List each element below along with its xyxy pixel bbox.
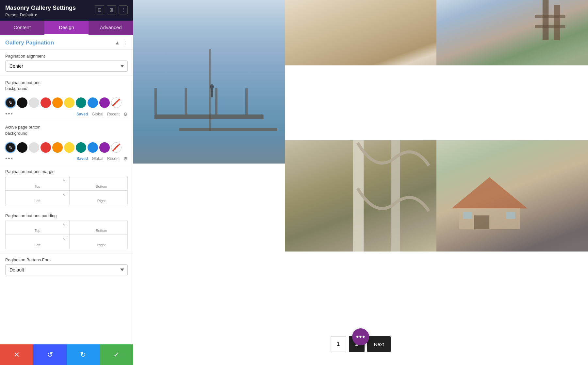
padding-right-input[interactable] — [72, 236, 127, 241]
active-bg-color-picker: ✎ — [0, 140, 133, 154]
black-swatch-1[interactable] — [17, 97, 27, 108]
undo-button[interactable]: ↺ — [33, 344, 67, 365]
recent-tab-1[interactable]: Recent — [106, 111, 121, 117]
orange-swatch-2[interactable] — [52, 142, 63, 153]
svg-rect-4 — [245, 88, 248, 114]
padding-left-label: Left — [6, 242, 69, 249]
scroll-tab[interactable]: › — [133, 326, 133, 339]
purple-swatch-1[interactable] — [99, 97, 110, 108]
yellow-swatch-1[interactable] — [64, 97, 74, 108]
sidebar-header-icons: ⊡ ⊞ ⋮ — [95, 5, 128, 14]
purple-swatch-2[interactable] — [99, 142, 110, 153]
section-header: Gallery Pagination ▲ ⋮ — [0, 35, 133, 50]
margin-grid: ⟨/⟩ Top ⟨/⟩ Bottom ⟨/⟩ Left — [5, 176, 128, 205]
teal-swatch-2[interactable] — [76, 142, 86, 153]
fab-dots: ••• — [356, 332, 365, 341]
margin-top-link[interactable]: ⟨/⟩ — [63, 178, 67, 182]
cancel-button[interactable]: ✕ — [0, 344, 33, 365]
red-swatch-2[interactable] — [41, 142, 51, 153]
tab-design[interactable]: Design — [44, 21, 89, 35]
padding-field-group: Pagination buttons padding ⟨/⟩ Top ⟨/⟩ B… — [0, 209, 133, 253]
red-swatch-1[interactable] — [41, 97, 51, 108]
svg-rect-9 — [535, 15, 565, 18]
redo-button[interactable]: ↻ — [67, 344, 100, 365]
global-tab-2[interactable]: Global — [90, 156, 105, 162]
yellow-swatch-2[interactable] — [64, 142, 74, 153]
svg-rect-3 — [215, 88, 218, 114]
transparent-swatch-2[interactable] — [111, 142, 122, 153]
sidebar-footer: ✕ ↺ ↻ ✓ — [0, 344, 133, 365]
margin-left-input[interactable] — [8, 192, 63, 197]
margin-left-link[interactable]: ⟨/⟩ — [63, 192, 67, 197]
color-dots-2[interactable]: ••• — [5, 155, 13, 162]
margin-right-label: Right — [70, 198, 128, 205]
black-swatch-2[interactable] — [17, 142, 27, 153]
teal-swatch-1[interactable] — [76, 97, 86, 108]
global-tab-1[interactable]: Global — [90, 111, 105, 117]
blue-swatch-2[interactable] — [88, 142, 98, 153]
padding-top-link[interactable]: ⟨/⟩ — [63, 222, 67, 226]
svg-rect-6 — [211, 89, 213, 97]
font-select[interactable]: Default Arial Georgia Helvetica — [5, 264, 128, 275]
sidebar-preset[interactable]: Preset: Default ▾ — [5, 12, 95, 17]
sidebar: Masonry Gallery Settings Preset: Default… — [0, 0, 133, 365]
padding-right-link[interactable]: ⟨/⟩ — [127, 236, 128, 241]
padding-grid: ⟨/⟩ Top ⟨/⟩ Bottom ⟨/⟩ Left — [5, 220, 128, 249]
gallery-image-beach[interactable] — [285, 0, 436, 65]
page-1-button[interactable]: 1 — [331, 336, 346, 352]
saved-tab-1[interactable]: Saved — [75, 111, 89, 117]
undo-icon: ↺ — [47, 351, 53, 359]
blue-swatch-1[interactable] — [88, 97, 98, 108]
gallery-image-fence[interactable] — [285, 140, 436, 252]
margin-right-link[interactable]: ⟨/⟩ — [127, 192, 128, 197]
sidebar-title: Masonry Gallery Settings — [5, 5, 95, 11]
recent-tab-2[interactable]: Recent — [106, 156, 121, 162]
padding-bottom-input[interactable] — [72, 222, 127, 227]
active-bg-swatches: ✎ — [5, 142, 128, 153]
tab-advanced[interactable]: Advanced — [89, 21, 133, 35]
margin-bottom-input[interactable] — [72, 178, 127, 182]
saved-tab-2[interactable]: Saved — [75, 156, 89, 162]
save-button[interactable]: ✓ — [100, 344, 133, 365]
more-options-icon[interactable]: ⋮ — [119, 5, 128, 14]
svg-marker-17 — [451, 177, 527, 209]
svg-rect-0 — [155, 114, 264, 119]
gallery-image-pier[interactable] — [133, 0, 285, 164]
margin-bottom-label: Bottom — [70, 184, 128, 190]
columns-icon[interactable]: ⊞ — [107, 5, 116, 14]
section-more-icon[interactable]: ⋮ — [122, 40, 128, 46]
margin-right-input[interactable] — [72, 192, 127, 197]
padding-left-cell: ⟨/⟩ Left — [6, 235, 70, 249]
padding-top-input[interactable] — [8, 222, 63, 227]
eyedropper-swatch-2[interactable]: ✎ — [5, 142, 16, 153]
padding-left-input[interactable] — [8, 236, 63, 241]
margin-bottom-cell: ⟨/⟩ Bottom — [70, 176, 128, 191]
padding-left-link[interactable]: ⟨/⟩ — [63, 236, 67, 241]
resize-icon[interactable]: ⊡ — [95, 5, 104, 14]
margin-top-input[interactable] — [8, 178, 63, 182]
orange-swatch-1[interactable] — [52, 97, 63, 108]
collapse-icon[interactable]: ▲ — [115, 40, 120, 46]
white-swatch-1[interactable] — [29, 97, 39, 108]
next-page-button[interactable]: Next — [367, 336, 391, 352]
padding-bottom-cell: ⟨/⟩ Bottom — [70, 220, 128, 235]
eyedropper-swatch-1[interactable]: ✎ — [5, 97, 16, 108]
transparent-swatch-1[interactable] — [111, 97, 122, 108]
alignment-select[interactable]: Center Left Right — [5, 61, 128, 72]
color-gear-2[interactable]: ⚙ — [123, 156, 128, 161]
color-gear-1[interactable]: ⚙ — [123, 112, 128, 117]
color-dots-1[interactable]: ••• — [5, 111, 13, 117]
padding-bottom-link[interactable]: ⟨/⟩ — [127, 222, 128, 226]
tab-content[interactable]: Content — [0, 21, 44, 35]
sidebar-content: Gallery Pagination ▲ ⋮ Pagination alignm… — [0, 35, 133, 344]
padding-top-label: Top — [6, 228, 69, 235]
margin-bottom-link[interactable]: ⟨/⟩ — [127, 178, 128, 182]
svg-rect-2 — [185, 88, 187, 114]
white-swatch-2[interactable] — [29, 142, 39, 153]
gallery-image-house[interactable] — [436, 140, 588, 252]
buttons-bg-field-group: Pagination buttons background — [0, 76, 133, 95]
gallery-image-coastal[interactable] — [436, 0, 588, 65]
fab-button[interactable]: ••• — [352, 328, 369, 345]
cancel-icon: ✕ — [14, 351, 20, 359]
svg-rect-10 — [535, 25, 565, 28]
